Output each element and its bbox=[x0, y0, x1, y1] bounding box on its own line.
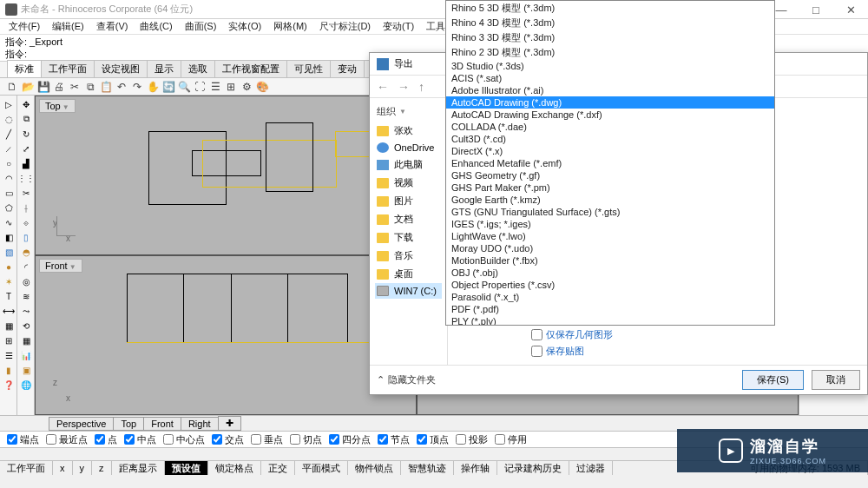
status-cell[interactable]: 记录建构历史 bbox=[497, 461, 569, 475]
redo-icon[interactable]: ↷ bbox=[130, 80, 144, 94]
menu-item[interactable]: 尺寸标注(D) bbox=[314, 19, 376, 34]
line-icon[interactable]: ╱ bbox=[2, 127, 16, 141]
rotate-icon[interactable]: 🔄 bbox=[161, 80, 175, 94]
props-icon[interactable]: ⚙ bbox=[240, 80, 253, 94]
sidebar-location[interactable]: 张欢 bbox=[375, 122, 442, 140]
format-option[interactable]: Adobe Illustrator (*.ai) bbox=[446, 84, 774, 96]
open-icon[interactable]: 📂 bbox=[21, 80, 35, 94]
format-option[interactable]: Parasolid (*.x_t) bbox=[446, 291, 774, 303]
render-icon[interactable]: 🎨 bbox=[255, 80, 269, 94]
polygon-icon[interactable]: ⬠ bbox=[2, 201, 16, 214]
zoom-icon[interactable]: 🔍 bbox=[177, 80, 191, 94]
globe-icon[interactable]: 🌐 bbox=[19, 378, 33, 392]
save-button[interactable]: 保存(S) bbox=[742, 370, 804, 390]
menu-item[interactable]: 查看(V) bbox=[91, 19, 134, 34]
loft-icon[interactable]: ≋ bbox=[19, 289, 33, 303]
format-option[interactable]: DirectX (*.x) bbox=[446, 145, 774, 157]
toolbar-tab[interactable]: 变动 bbox=[330, 60, 365, 77]
format-option[interactable]: Rhino 5 3D 模型 (*.3dm) bbox=[446, 1, 774, 16]
sidebar-location[interactable]: 下载 bbox=[375, 228, 442, 247]
format-option[interactable]: MotionBuilder (*.fbx) bbox=[446, 254, 774, 267]
split-icon[interactable]: ⟊ bbox=[19, 201, 33, 214]
paste-icon[interactable]: 📋 bbox=[99, 80, 113, 94]
chevron-down-icon[interactable]: ▼ bbox=[69, 263, 76, 271]
osnap-checkbox[interactable]: 点 bbox=[95, 433, 117, 446]
hatch-icon[interactable]: ▦ bbox=[2, 319, 16, 333]
format-option[interactable]: Rhino 4 3D 模型 (*.3dm) bbox=[446, 16, 774, 30]
up-button[interactable]: ↑ bbox=[418, 80, 424, 94]
undo-icon[interactable]: ↶ bbox=[115, 80, 128, 94]
file-format-dropdown[interactable]: Rhino 5 3D 模型 (*.3dm)Rhino 4 3D 模型 (*.3d… bbox=[445, 0, 775, 326]
viewport-tab[interactable]: Right bbox=[181, 417, 219, 431]
menu-item[interactable]: 文件(F) bbox=[3, 19, 45, 34]
toolbar-tab[interactable]: 选取 bbox=[181, 60, 215, 77]
menu-item[interactable]: 编辑(E) bbox=[47, 19, 89, 34]
pan-icon[interactable]: ✋ bbox=[146, 80, 160, 94]
menu-item[interactable]: 变动(T) bbox=[378, 19, 419, 34]
format-option[interactable]: GHS Part Maker (*.pm) bbox=[446, 181, 774, 194]
dim-icon[interactable]: ⟷ bbox=[2, 304, 16, 318]
mirror-icon[interactable]: ▟ bbox=[19, 156, 33, 170]
status-cell[interactable]: 预设值 bbox=[165, 461, 208, 475]
toolbar-tab[interactable]: 工作平面 bbox=[41, 60, 95, 77]
close-button[interactable]: ✕ bbox=[833, 0, 868, 19]
cube-icon[interactable]: ▣ bbox=[19, 363, 33, 377]
sphere-icon[interactable]: ● bbox=[2, 260, 16, 274]
status-cell[interactable]: 平面模式 bbox=[295, 461, 348, 475]
sidebar-location[interactable]: WIN7 (C:) bbox=[375, 283, 442, 299]
format-option[interactable]: 3D Studio (*.3ds) bbox=[446, 60, 774, 72]
save-textures-checkbox[interactable]: 保存贴图 bbox=[531, 345, 867, 358]
menu-item[interactable]: 网格(M) bbox=[268, 19, 312, 34]
status-cell[interactable]: x bbox=[53, 461, 73, 475]
format-option[interactable]: Rhino 3 3D 模型 (*.3dm) bbox=[446, 30, 774, 45]
array-icon[interactable]: ⋮⋮ bbox=[19, 171, 33, 185]
scale-icon[interactable]: ⤢ bbox=[19, 142, 33, 155]
sidebar-location[interactable]: OneDrive bbox=[375, 140, 442, 155]
format-option[interactable]: Rhino 2 3D 模型 (*.3dm) bbox=[446, 45, 774, 60]
osnap-checkbox[interactable]: 最近点 bbox=[46, 433, 88, 446]
toolbar-tab[interactable]: 标准 bbox=[7, 60, 42, 77]
copy-icon[interactable]: ⧉ bbox=[83, 80, 97, 94]
offset-icon[interactable]: ◎ bbox=[19, 274, 33, 288]
osnap-checkbox[interactable]: 四分点 bbox=[329, 433, 371, 446]
sidebar-location[interactable]: 文档 bbox=[375, 210, 442, 228]
cut-icon[interactable]: ✂ bbox=[68, 80, 82, 94]
toolbar-tab[interactable]: 显示 bbox=[147, 60, 181, 77]
new-icon[interactable]: 🗋 bbox=[5, 80, 19, 94]
organize-button[interactable]: 组织▼ bbox=[375, 102, 442, 122]
viewport-tab[interactable]: Perspective bbox=[49, 417, 114, 431]
join-icon[interactable]: ⟐ bbox=[19, 215, 33, 229]
cancel-button[interactable]: 取消 bbox=[812, 370, 860, 390]
viewport-front-label[interactable]: Front▼ bbox=[39, 259, 82, 273]
trim-icon[interactable]: ✂ bbox=[19, 186, 33, 200]
toolbar-tab[interactable]: 可见性 bbox=[286, 60, 331, 77]
4view-icon[interactable]: ⊞ bbox=[224, 80, 238, 94]
polyline-icon[interactable]: ⟋ bbox=[2, 142, 16, 155]
format-option[interactable]: GTS (GNU Triangulated Surface) (*.gts) bbox=[446, 206, 774, 218]
status-cell[interactable]: 操作轴 bbox=[454, 461, 497, 475]
menu-item[interactable]: 实体(O) bbox=[223, 19, 266, 34]
move-icon[interactable]: ✥ bbox=[19, 97, 33, 111]
hide-folders-button[interactable]: ⌃ 隐藏文件夹 bbox=[377, 373, 436, 386]
maximize-button[interactable]: □ bbox=[799, 0, 833, 19]
analyze-icon[interactable]: 📊 bbox=[19, 348, 33, 362]
extrude-icon[interactable]: ▯ bbox=[19, 230, 33, 244]
grid-icon[interactable]: ⊞ bbox=[2, 333, 16, 347]
viewport-tab[interactable]: Front bbox=[143, 417, 181, 431]
toolbar-tab[interactable]: 工作视窗配置 bbox=[214, 60, 287, 77]
osnap-checkbox[interactable]: 垂点 bbox=[251, 433, 283, 446]
save-geometry-only-checkbox[interactable]: 仅保存几何图形 bbox=[531, 328, 867, 341]
format-option[interactable]: Enhanced Metafile (*.emf) bbox=[446, 157, 774, 169]
format-option[interactable]: PDF (*.pdf) bbox=[446, 303, 774, 315]
viewport-top[interactable]: Top▼ y x bbox=[35, 96, 417, 255]
arc-icon[interactable]: ◠ bbox=[2, 171, 16, 185]
curve-icon[interactable]: ∿ bbox=[2, 215, 16, 229]
revolve-icon[interactable]: ⟲ bbox=[19, 319, 33, 333]
osnap-checkbox[interactable]: 节点 bbox=[378, 433, 410, 446]
status-cell[interactable]: y bbox=[73, 461, 93, 475]
boolean-icon[interactable]: ◓ bbox=[19, 245, 33, 259]
print-icon[interactable]: 🖨 bbox=[52, 80, 66, 94]
status-cell[interactable]: 过滤器 bbox=[569, 461, 613, 475]
status-cell[interactable]: z bbox=[92, 461, 112, 475]
zoom-extents-icon[interactable]: ⛶ bbox=[193, 80, 207, 94]
